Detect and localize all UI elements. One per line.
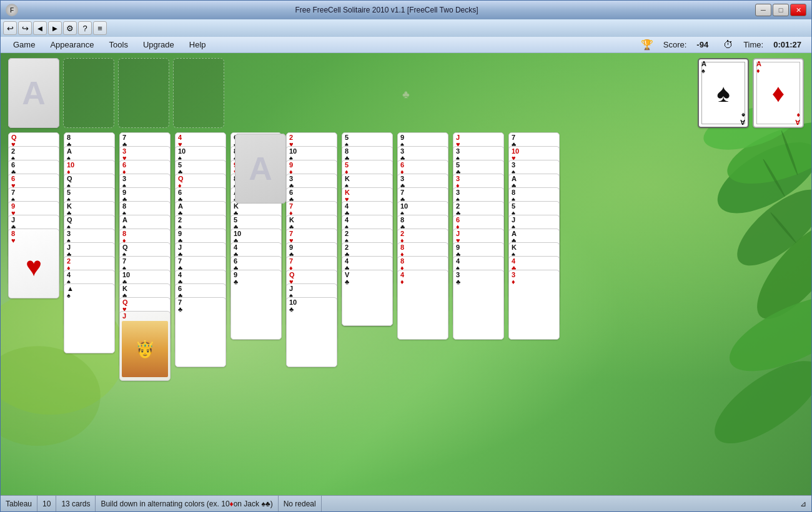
app-icon: F (6, 4, 18, 16)
maximize-button[interactable]: □ (773, 4, 789, 16)
foundation-6[interactable]: A (8, 58, 59, 128)
tableau-col-7[interactable]: 5♠ 8♣ 5♦ K♠ K♥ 4♣ 4♠ 2♠ 2♣ 4♣ V♣ (342, 132, 394, 445)
score-label: Score: (663, 40, 687, 49)
cards-value: 13 cards (61, 500, 90, 508)
statusbar: Tableau 10 13 cards Build down in altern… (1, 495, 811, 511)
tableau: Q♥♥Q♥ 2♠ 6♣ 6♥ 7♠ 9♥ J♣ 8♥ ♥ 8♣ A♠ 1 (8, 132, 804, 495)
tableau-col-3[interactable]: 7♣ 3♥ 6♦ 3♠ 9♣ 8♠ A♠ 8♦ Q♠ 7♠ 10♣ K♣ Q♥ … (119, 132, 172, 495)
score-icon: 🏆 (641, 39, 653, 51)
timer-icon: ⏱ (723, 39, 733, 51)
redeal-text: No redeal (284, 500, 316, 508)
score-value: -94 (696, 40, 708, 49)
status-redeal: No redeal (279, 496, 322, 511)
foundation-1[interactable]: A♠ ♠ A♠ (698, 58, 749, 129)
menu-game[interactable]: Game (6, 37, 42, 52)
status-cards: 13 cards (56, 496, 96, 511)
menu-help[interactable]: Help (182, 37, 214, 52)
foundation-card-1[interactable]: A♠ ♠ A♠ (698, 58, 749, 128)
forward-button[interactable]: ► (48, 21, 62, 35)
window-title: Free FreeCell Solitaire 2010 v1.1 [FreeC… (21, 6, 753, 14)
status-resize[interactable]: ⊿ (795, 496, 811, 511)
freecell-4[interactable]: ♣ (173, 58, 224, 128)
tableau-col-2[interactable]: 8♣ A♠ 10♦ Q♠ 5♠ K♣ Q♠ 3♠ J♣ 2♦ 4♠ ▲♠ (64, 132, 116, 445)
menubar: Game Appearance Tools Upgrade Help 🏆 Sco… (1, 37, 811, 53)
tableau-col-4[interactable]: 4♥ 10♠ 5♣ Q♦ 6♣ A♣ 2♠ 9♣ J♣ 7♣ 4♣ 6♣ 7♣ (175, 132, 227, 445)
menu-tools[interactable]: Tools (102, 37, 136, 52)
close-button[interactable]: ✕ (790, 4, 806, 16)
foundation-card-2[interactable]: A♦ ♦ A♦ (753, 58, 804, 128)
tableau-col-6[interactable]: 2♥ 10♠ 9♦ 3♣ 6♣ 7♦ K♣ 7♥ 9♣ 7♦ Q♥ J♠ 10♣ (286, 132, 339, 476)
menu-button[interactable]: ≡ (93, 21, 107, 35)
status-tableau: Tableau (1, 496, 37, 511)
status-count: 10 (37, 496, 56, 511)
minimize-button[interactable]: ─ (755, 4, 771, 16)
score-area: 🏆 Score: -94 ⏱ Time: 0:01:27 (641, 39, 806, 51)
foundation-2[interactable]: A♦ ♦ A♦ (753, 58, 804, 129)
top-row: K♣ 👑 K♣ ♣ ♠ ♣ (8, 58, 804, 130)
app-window: F Free FreeCell Solitaire 2010 v1.1 [Fre… (0, 0, 812, 512)
game-area: K♣ 👑 K♣ ♣ ♠ ♣ (1, 53, 811, 495)
cards-container: K♣ 👑 K♣ ♣ ♠ ♣ (1, 53, 811, 495)
undo-button[interactable]: ↩ (3, 21, 17, 35)
tableau-label: Tableau (6, 500, 32, 508)
menu-upgrade[interactable]: Upgrade (136, 37, 182, 52)
freecell-2[interactable]: ♣ (63, 58, 114, 128)
tableau-col-1[interactable]: Q♥♥Q♥ 2♠ 6♣ 6♥ 7♠ 9♥ J♣ 8♥ ♥ (8, 132, 61, 413)
freecell-3[interactable]: ♠ (118, 58, 169, 128)
tableau-col-8[interactable]: 9♠ 3♣ 6♦ 3♣ 7♣ 10♠ 8♣ 2♦ 8♦ 8♦ 4♦ (397, 132, 450, 445)
rule-text: Build down in alternating colors (ex. 10 (101, 500, 229, 508)
help-toolbar-button[interactable]: ? (78, 21, 92, 35)
back-button[interactable]: ◄ (33, 21, 47, 35)
tableau-col-10[interactable]: 7♣ 10♥ 3♠ A♣ 8♠ 5♠ J♠ A♣ K♠ 4♣ 3♦ (508, 132, 561, 445)
time-label: Time: (743, 40, 763, 49)
title-bar: F Free FreeCell Solitaire 2010 v1.1 [Fre… (1, 1, 811, 19)
redo-button[interactable]: ↪ (18, 21, 32, 35)
foundation-10[interactable]: A (235, 134, 286, 204)
menu-appearance[interactable]: Appearance (42, 37, 101, 52)
count-value: 10 (42, 500, 51, 508)
status-rule: Build down in alternating colors (ex. 10… (96, 496, 278, 511)
time-value: 0:01:27 (773, 40, 801, 49)
window-controls: ─ □ ✕ (755, 4, 806, 16)
settings-button[interactable]: ⚙ (63, 21, 77, 35)
tableau-col-9[interactable]: J♥ 3♠ 5♣ 3♦ 3♠ 2♣ 6♦ J♥ 9♣ 4♠ 3♣ (453, 132, 505, 445)
toolbar: ↩ ↪ ◄ ► ⚙ ? ≡ (1, 19, 811, 37)
